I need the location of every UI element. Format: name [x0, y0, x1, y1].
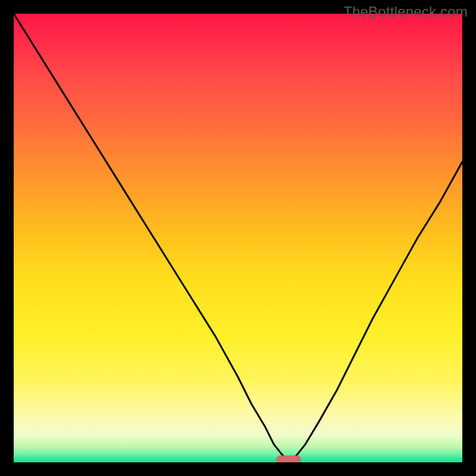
plot-area	[14, 14, 462, 462]
chart-frame: TheBottleneck.com	[0, 0, 476, 476]
curve-svg	[14, 14, 462, 462]
optimal-marker	[276, 456, 301, 462]
watermark-text: TheBottleneck.com	[343, 4, 468, 20]
bottleneck-curve	[14, 14, 462, 460]
